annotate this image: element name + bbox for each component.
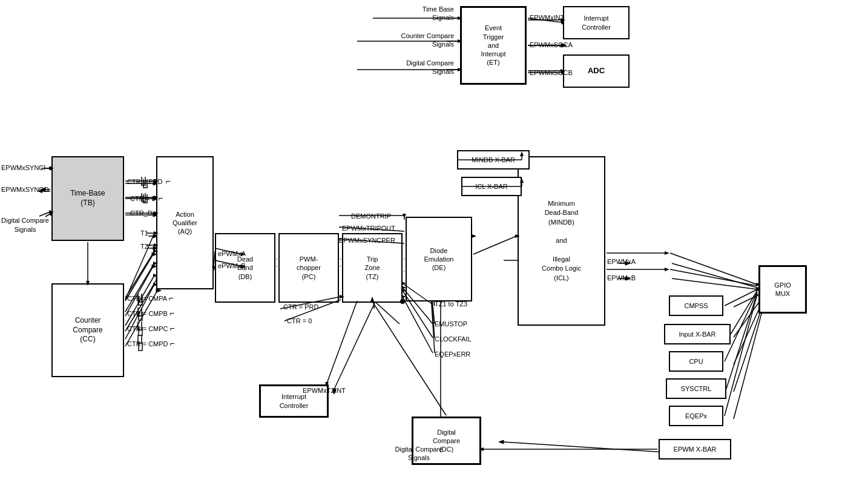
ctr-0-top-label: CTR = 0 ⌐ (130, 193, 163, 203)
ctr-cmpd-label: CTR = CMPD ⌐ (127, 338, 175, 349)
svg-line-50 (672, 263, 768, 291)
cmpss-label: CMPSS (684, 301, 708, 310)
gpio-mux-label: GPIO MUX (774, 281, 791, 298)
input-xbar-block: Input X-BAR (664, 324, 731, 344)
interrupt-ctrl-top-block: Interrupt Controller (563, 6, 630, 39)
epwm-xbar-label: EPWM X-BAR (674, 445, 717, 453)
adc-label: ADC (588, 66, 605, 76)
epwmxa-out-label: EPWMxA (607, 257, 636, 266)
counter-compare-label: Counter Compare (CC) (73, 316, 102, 344)
svg-line-88 (504, 442, 665, 452)
epwmxsoca-label: EPWMxSOCA (530, 41, 573, 49)
pwm-chopper-block: PWM- chopper (PC) (278, 233, 339, 303)
event-trigger-label: Event Trigger and Interrupt (ET) (481, 24, 506, 67)
dc-signals-bot-label: Digital Compare Signals (376, 445, 461, 463)
epwmxint-label: EPWMxINT (530, 13, 564, 22)
icl-xbar-block: ICL X-BAR (461, 177, 522, 196)
time-base-block: Time-Base (TB) (51, 156, 124, 241)
event-trigger-block: Event Trigger and Interrupt (ET) (460, 6, 527, 85)
clockfail-label: CLOCKFAIL (435, 335, 472, 343)
gpio-mux-block: GPIO MUX (758, 265, 807, 314)
sysctrl-block: SYSCTRL (666, 378, 726, 399)
svg-line-84 (334, 301, 375, 389)
emustop-label: EMUSTOP (435, 320, 467, 328)
epwmxa-label: ePWMxA (218, 249, 246, 258)
cpu-label: CPU (689, 357, 703, 366)
epwmx-synco-label: EPWMxSYNCO (1, 185, 49, 194)
mindb-xbar-label: MINDB X-BAR (472, 156, 515, 164)
epwmxtzint-label: EPWMxTZINT (303, 386, 346, 395)
action-qualifier-label: Action Qualifier (AQ) (173, 210, 197, 236)
diode-emulation-label: Diode Emulation (DE) (424, 246, 454, 272)
digital-compare-sig-label: Digital Compare Signals (1, 208, 49, 234)
diagram: Event Trigger and Interrupt (ET) Interru… (0, 0, 868, 494)
ctr-prd-bot-label: CTR = PRD (283, 303, 318, 311)
mindb-icl-label: Minimum Dead-Band (MINDB) and Illegal Co… (542, 199, 581, 283)
ctr-prd-top-label: CTR = PRD ⌐ (127, 176, 171, 186)
ctr-cmpb-label: CTR = CMPB ⌐ (127, 308, 174, 318)
eqepxerr-label: EQEPxERR (435, 350, 470, 358)
adc-block: ADC (563, 54, 630, 88)
t1-label: T1 (140, 229, 148, 237)
sysctrl-label: SYSCTRL (681, 384, 712, 393)
t2-label: T2 (140, 242, 148, 251)
interrupt-ctrl-top-label: Interrupt Controller (582, 14, 611, 31)
ctr-dir-label: CTR_Dir (130, 209, 156, 217)
ctr-cmpa-label: CTR = CMPA ⌐ (127, 292, 174, 303)
counter-compare-block: Counter Compare (CC) (51, 283, 124, 377)
epwmxtripout-label: EPWMxTRIPOUT (342, 224, 395, 232)
pwm-chopper-label: PWM- chopper (PC) (297, 255, 321, 281)
diode-emulation-block: Diode Emulation (DE) (406, 217, 472, 301)
time-base-label: Time-Base (TB) (70, 189, 105, 208)
tz1-tz3-label: TZ1 to TZ3 (435, 300, 467, 308)
svg-line-52 (672, 278, 768, 291)
cmpss-block: CMPSS (669, 295, 723, 316)
epwm-xbar-block: EPWM X-BAR (659, 439, 731, 459)
svg-line-53 (125, 236, 153, 300)
trip-zone-label: Trip Zone (TZ) (364, 255, 380, 281)
svg-line-64 (374, 301, 399, 324)
epwmx-synci-label: EPWMxSYNCI (1, 163, 45, 172)
epwmxsocb-label: EPWMxSOCB (530, 68, 573, 77)
interrupt-ctrl-bot-label: Interrupt Controller (280, 392, 309, 410)
cpu-block: CPU (669, 351, 723, 372)
digital-compare-signals-top-label: Digital Compare Signals (357, 59, 454, 76)
time-base-signals-label: Time Base Signals (375, 5, 454, 22)
epwmxsyncper-label: EPWMxSYNCPER (339, 236, 395, 245)
input-xbar-label: Input X-BAR (679, 330, 715, 338)
mindb-xbar-block: MINDB X-BAR (457, 150, 530, 170)
epwmxb-out-label: EPWMxB (607, 274, 636, 282)
epwmxb-label: ePWMxB (218, 262, 246, 270)
demontrip-label: DEMONTRIP (351, 212, 391, 220)
counter-compare-signals-label: Counter Compare Signals (357, 31, 454, 49)
svg-marker-89 (499, 440, 504, 444)
ctr-0-bot-label: CTR = 0 (287, 317, 312, 325)
ctr-cmpc-label: CTR = CMPC ⌐ (127, 323, 175, 334)
icl-xbar-label: ICL X-BAR (475, 182, 507, 191)
mindb-icl-block: Minimum Dead-Band (MINDB) and Illegal Co… (518, 156, 605, 326)
eqepx-label: EQEPx (685, 412, 707, 420)
eqepx-block: EQEPx (669, 406, 723, 426)
